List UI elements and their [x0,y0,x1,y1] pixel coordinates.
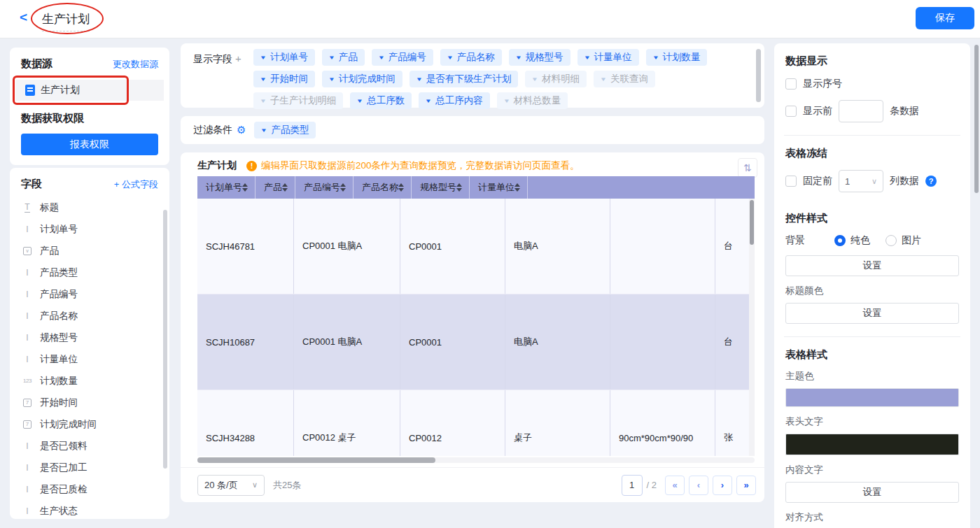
field-item[interactable]: 计量单位 [21,348,158,370]
sort-icons[interactable] [456,183,462,192]
field-item[interactable]: 产品名称 [21,305,158,327]
theme-color-swatch[interactable] [785,388,959,407]
field-chip[interactable]: ▼ 关联查询 [594,71,655,87]
table-row[interactable]: SCJH10687 CP0001 电脑A CP0001 电脑A 台 [197,294,755,390]
background-set-button[interactable]: 设置 [785,255,959,276]
field-chip[interactable]: ▼ 产品名称 [440,49,502,66]
formula-field-link[interactable]: + 公式字段 [114,178,158,191]
back-icon[interactable]: < [20,10,27,24]
field-chip[interactable]: ▼ 是否有下级生产计划 [410,71,518,87]
header-cell[interactable]: 计量单位 [470,176,528,199]
sort-toggle-button[interactable]: ⇅ [738,158,757,178]
fix-count-select[interactable]: 1 ∨ [839,170,883,192]
field-chip[interactable]: ▼ 材料总数量 [497,92,568,109]
change-datasource-link[interactable]: 更改数据源 [113,58,158,71]
next-page-button[interactable]: › [713,476,732,495]
field-chip[interactable]: ▼ 产品编号 [372,49,433,66]
table-cell: 电脑A [505,294,610,390]
header-cell[interactable]: 计划单号 [197,176,255,199]
show-index-checkbox[interactable] [785,78,797,90]
show-first-suffix: 条数据 [890,105,919,117]
field-chip[interactable]: ▼ 材料明细 [525,71,587,87]
header-cell-label: 产品编号 [304,181,340,194]
chip-caret-icon: ▼ [328,55,335,61]
field-chip[interactable]: ▼ 总工序内容 [419,92,489,109]
first-page-button[interactable]: « [665,476,685,495]
sort-icons[interactable] [514,183,520,192]
field-item[interactable]: 规格型号 [21,327,158,348]
chip-label: 计划单号 [270,51,308,64]
datasource-item-label: 生产计划 [41,84,80,97]
table-horizontal-scrollbar[interactable] [197,457,755,463]
add-field-icon[interactable]: + [235,52,241,64]
help-icon[interactable]: ? [925,176,937,187]
gear-icon[interactable]: ⚙ [237,124,246,136]
table-row[interactable]: SCJH34288 CP0012 桌子 CP0012 桌子 90cm*90cm*… [197,390,755,456]
header-cell[interactable]: 产品 [255,176,295,199]
field-label: 产品名称 [40,310,78,322]
solid-color-radio[interactable] [834,235,846,246]
page-title[interactable]: 生产计划 [42,11,90,31]
field-item[interactable]: 是否已加工 [21,457,158,478]
image-radio[interactable] [886,235,897,246]
table-cell: SCJH10687 [197,294,294,390]
field-item[interactable]: 产品编号 [21,283,158,305]
display-fields-label: 显示字段 [193,53,232,64]
sort-icons[interactable] [282,183,288,192]
field-item[interactable]: 是否已领料 [21,435,158,457]
field-chip[interactable]: ▼ 产品 [322,49,365,66]
field-chip[interactable]: ▼ 计量单位 [578,49,639,66]
warning-text: 编辑界面只取数据源前200条作为查询数据预览，完整数据请访问页面查看。 [261,159,580,172]
field-item[interactable]: 是否已质检 [21,478,158,500]
sort-icons[interactable] [242,183,248,192]
header-cell[interactable]: 产品编号 [295,176,354,199]
header-cell[interactable]: 规格型号 [412,176,470,199]
page-input[interactable] [622,475,643,496]
save-button[interactable]: 保存 [916,7,974,29]
field-item[interactable]: 开始时间 [21,392,158,413]
page-size-select[interactable]: 20 条/页 ∨ [197,475,265,496]
table-vertical-scrollbar[interactable] [749,199,755,456]
fix-columns-checkbox[interactable] [785,176,797,187]
field-chip[interactable]: ▼ 计划单号 [253,49,315,66]
field-item[interactable]: 产品 [21,240,158,262]
field-item[interactable]: 计划单号 [21,218,158,240]
table-row[interactable]: SCJH46781 CP0001 电脑A CP0001 电脑A 台 [197,199,755,294]
field-chip[interactable]: ▼ 开始时间 [253,71,315,87]
header-cell[interactable]: 产品名称 [354,176,412,199]
chips-scrollbar[interactable] [756,49,761,102]
title-color-set-button[interactable]: 设置 [785,303,959,324]
page-scrollbar[interactable] [974,45,979,193]
field-chip[interactable]: ▼ 计划数量 [646,49,708,66]
field-chip[interactable]: ▼ 计划完成时间 [322,71,402,87]
header-text-swatch[interactable] [785,434,959,455]
field-type-icon [23,247,31,255]
field-item[interactable]: 标题 [21,197,158,218]
last-page-button[interactable]: » [736,476,756,495]
pagination-bar: 20 条/页 ∨ 共25条 / 2 « ‹ › » [181,467,764,502]
table-zone: 计划单号 产品 [197,176,755,456]
field-item[interactable]: 计划完成时间 [21,413,158,435]
show-first-input[interactable] [839,100,883,122]
total-count: 共25条 [273,479,301,492]
sort-icons[interactable] [398,183,404,192]
field-chip[interactable]: ▼ 总工序数 [350,92,412,109]
datasource-item[interactable]: 生产计划 [15,80,164,101]
field-chip[interactable]: ▼ 规格型号 [509,49,570,66]
prev-page-button[interactable]: ‹ [689,476,708,495]
field-item[interactable]: 计划数量 [21,370,158,392]
field-type-icon [21,355,34,364]
field-item[interactable]: 产品类型 [21,262,158,283]
show-first-checkbox[interactable] [785,106,797,117]
field-item[interactable]: 生产状态 [21,500,158,519]
field-type-icon [21,378,34,384]
sort-icons[interactable] [340,183,346,192]
filter-chip[interactable]: ▼ 产品类型 [254,122,316,138]
field-type-icon [21,202,34,213]
fields-scrollbar[interactable] [163,210,167,469]
field-chip[interactable]: ▼ 子生产计划明细 [253,92,343,109]
chip-label: 总工序数 [367,94,405,107]
content-text-set-button[interactable]: 设置 [785,482,959,503]
sort-desc-icon [456,188,462,192]
report-permission-button[interactable]: 报表权限 [21,134,158,155]
